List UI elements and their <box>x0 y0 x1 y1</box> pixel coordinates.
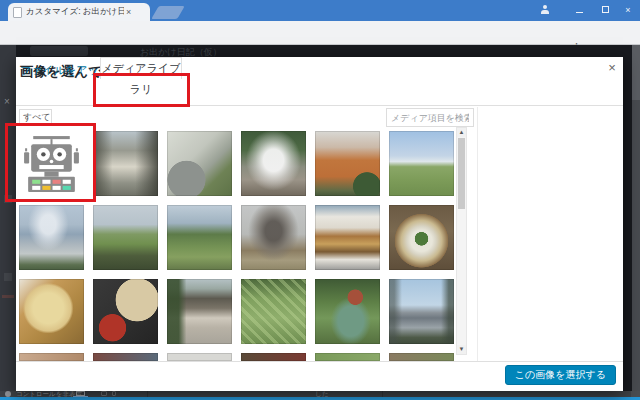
tab-title: カスタマイズ: お出かけ日記（仮） <box>26 6 124 18</box>
media-thumbnail-hazy-volcano[interactable] <box>19 205 84 270</box>
annotation-selected-image <box>5 123 96 202</box>
media-thumbnail-partial-3[interactable] <box>167 353 232 361</box>
media-thumbnail-temple-gate[interactable] <box>167 279 232 344</box>
sidebar-divider <box>477 107 478 361</box>
media-thumbnail-partial-4[interactable] <box>241 353 306 361</box>
modal-close-icon[interactable]: × <box>604 60 620 76</box>
media-thumbnail-soba-set[interactable] <box>93 279 158 344</box>
media-thumbnail-rice-bowl[interactable] <box>389 205 454 270</box>
media-thumbnail-partial-5[interactable] <box>315 353 380 361</box>
select-image-button[interactable]: この画像を選択する <box>505 365 616 385</box>
media-thumbnail-orange-hot-spring[interactable] <box>315 131 380 196</box>
window-maximize-button[interactable] <box>598 4 612 16</box>
media-thumbnail-grassland-hill[interactable] <box>389 131 454 196</box>
media-thumbnail-eruption-smoke[interactable] <box>241 205 306 270</box>
scrollbar-thumb[interactable] <box>458 138 465 209</box>
media-thumbnail-rock-garden[interactable] <box>167 131 232 196</box>
modal-footer: この画像を選択する <box>16 361 623 391</box>
customizer-sidebar-item <box>2 295 14 298</box>
customizer-close-icon: × <box>4 96 10 107</box>
device-preview-phone-icon[interactable] <box>112 391 116 396</box>
tab-close-icon[interactable]: × <box>126 8 131 17</box>
preview-page-scrollbar[interactable] <box>632 45 640 397</box>
scroll-down-icon[interactable]: ▼ <box>457 345 466 354</box>
media-thumbnail-steaming-hot-spring[interactable] <box>241 131 306 196</box>
window-minimize-button[interactable] <box>572 4 586 16</box>
customizer-sidebar-item <box>4 273 12 281</box>
annotation-media-library-tab <box>93 73 190 107</box>
customizer-sidebar-edge: × <box>0 45 16 391</box>
new-tab-button[interactable] <box>151 6 185 19</box>
browser-titlebar: カスタマイズ: お出かけ日記（仮） × × <box>0 0 640 21</box>
media-thumbnail-suspension-bridge[interactable] <box>389 279 454 344</box>
media-thumbnail-ropeway-station[interactable] <box>315 205 380 270</box>
media-search-input[interactable] <box>386 108 474 127</box>
media-thumbnail-green-mountain[interactable] <box>167 205 232 270</box>
customizer-save-button-dimmed <box>30 46 88 56</box>
media-thumbnail-tempura[interactable] <box>19 279 84 344</box>
media-thumbnail-partial-1[interactable] <box>19 353 84 361</box>
media-thumbnail-partial-2[interactable] <box>93 353 158 361</box>
media-thumbnail-pasture-fence[interactable] <box>93 205 158 270</box>
media-thumbnail-partial-6[interactable] <box>389 353 454 361</box>
profile-icon[interactable] <box>540 5 550 15</box>
media-thumbnail-shopping-street[interactable] <box>93 131 158 196</box>
browser-toolbar: ← → ⟳ i www.kuroobi.jp/jin/wp-admin/cust… <box>0 21 640 45</box>
media-select-modal: 画像を選んでください × ファイルをアップロード メディアライブラリ すべて ▲… <box>16 57 623 391</box>
page-favicon-icon <box>13 7 22 18</box>
scroll-up-icon[interactable]: ▲ <box>457 128 466 137</box>
device-preview-tablet-icon[interactable] <box>101 391 107 396</box>
media-thumbnail-lily-pond[interactable] <box>241 279 306 344</box>
browser-tab[interactable]: カスタマイズ: お出かけ日記（仮） × <box>8 3 150 21</box>
media-thumbnail-garden-pond[interactable] <box>315 279 380 344</box>
window-close-button[interactable]: × <box>621 4 635 16</box>
media-grid-scrollbar[interactable]: ▲ ▼ <box>456 127 467 355</box>
